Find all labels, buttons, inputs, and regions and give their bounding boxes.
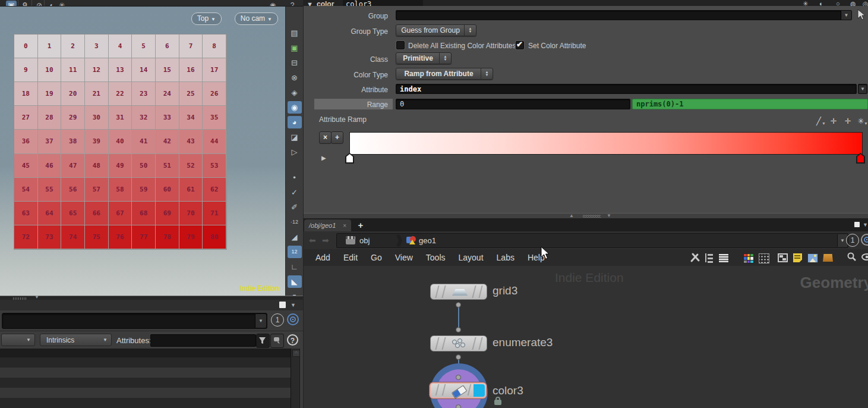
select-mode-icon[interactable]: ▣ [6,1,17,7]
chevron-down-icon[interactable]: ▼ [841,11,851,20]
spinner-icon[interactable]: ▲▼ [439,53,451,64]
node-enumerate3[interactable] [430,335,487,351]
help-icon[interactable]: ? [287,1,298,7]
add-image-icon[interactable] [807,253,818,264]
enumerate3-input-dot[interactable] [456,327,461,332]
ramp-gradient-bar[interactable] [349,132,863,155]
spreadsheet-scrollbar[interactable]: ∴ [291,349,300,408]
network-canvas[interactable]: Indie Edition Geometry grid3 [304,266,868,408]
link-badge[interactable]: 1 [271,313,284,327]
attribute-class-dropdown[interactable]: Intrinsics ▼ [40,334,112,346]
splitter-handle[interactable] [583,215,601,218]
range-min-input[interactable]: 0 [396,99,630,109]
class-dropdown[interactable]: Primitive ▲▼ [396,52,452,64]
ramp-options-icon[interactable]: ✳▼ [856,117,866,126]
sticky-note-icon[interactable] [793,253,804,264]
secure-selection-icon[interactable]: ▣ [288,42,302,54]
ramp-add-point-button[interactable]: + [331,131,343,144]
attributes-filter-input[interactable] [150,334,256,347]
eye-icon[interactable] [861,252,868,263]
spinner-icon[interactable]: ▲▼ [481,68,493,79]
back-arrow-icon[interactable]: ⬅ [309,236,316,245]
display-options-icon[interactable]: ◪ [288,131,302,143]
group-type-dropdown[interactable]: Guess from Group ▲▼ [396,24,476,36]
help-button[interactable]: ? [287,334,298,346]
primitive-hulls-icon[interactable]: ◣ [288,275,302,288]
menu-labs[interactable]: Labs [497,249,515,266]
breadcrumb-geo1[interactable]: geo1 [419,236,436,245]
material-shading-icon[interactable]: ◕ [288,116,302,128]
network-path-field[interactable]: obj geo1 ▼ [336,233,848,248]
grid3-output-dot[interactable] [456,302,461,307]
spinner-icon[interactable]: ▲▼ [464,25,476,36]
filter-button[interactable] [256,334,270,348]
color-palette-icon[interactable] [743,253,754,264]
splitter-down-icon[interactable]: ▼ [607,214,611,218]
select-geometry-arrow-icon[interactable] [857,9,866,21]
gear-star-icon[interactable]: ✳ [56,1,67,7]
breadcrumb-obj[interactable]: obj [359,236,370,245]
deny-icon[interactable]: ⊘ [34,1,45,7]
spreadsheet-path-field[interactable]: ▼ [2,313,267,329]
follow-target-icon[interactable] [287,313,299,325]
new-tab-button[interactable]: + [355,219,367,231]
attribute-input[interactable]: index [396,84,857,94]
primitive-normals-icon[interactable]: ◢ [288,231,302,243]
node-color3[interactable] [430,382,487,398]
point-markers-icon[interactable]: • [288,171,302,184]
menu-add[interactable]: Add [315,249,330,266]
node-label-enumerate3[interactable]: enumerate3 [493,336,553,349]
list-view-icon[interactable] [718,253,729,264]
enumerate3-output-dot[interactable] [456,354,461,360]
chevron-down-icon[interactable]: ▼ [34,294,39,300]
primitive-numbers-icon[interactable]: 12 [288,246,302,258]
tree-view-icon[interactable] [705,253,716,264]
menu-go[interactable]: Go [371,249,382,266]
delete-color-attributes-checkbox[interactable] [396,41,405,49]
ramp-delete-point-button[interactable]: × [319,131,332,144]
background-window-icon[interactable] [778,253,788,264]
search-icon[interactable] [847,252,857,262]
vertex-markers-icon[interactable]: ∟ [288,261,302,273]
shape-palette-icon[interactable] [759,253,769,264]
ramp-scale-keys-icon[interactable]: ✛ [842,117,853,126]
group-input[interactable]: ▼ [396,10,852,20]
attribute-menu-button[interactable]: ▼ [858,84,867,94]
network-tab[interactable]: /obj/geo1 × [304,219,351,231]
camera-menu-pill[interactable]: No cam▼ [235,12,278,25]
pane-menu-icon[interactable]: ▼ [291,302,296,308]
pane-maximize-icon[interactable] [854,222,860,227]
pin-button[interactable] [270,334,284,348]
tools-wrench-icon[interactable] [690,252,700,263]
pane-menu-icon[interactable]: ▼ [863,222,868,228]
ramp-edit-pencil-icon[interactable]: ╱▼ [813,117,824,126]
gallery-box-icon[interactable] [823,254,834,265]
group-filter-dropdown[interactable]: ▼ [1,334,35,346]
forward-arrow-icon[interactable]: ➡ [322,236,329,245]
ramp-move-keys-icon[interactable]: ✛ [828,117,839,126]
user-icon[interactable]: ◉ [267,1,278,7]
set-color-attribute-checkbox[interactable] [516,41,524,49]
wire-grid3-enumerate3[interactable] [458,307,459,329]
follow-target-icon[interactable] [861,234,868,246]
node-label-grid3[interactable]: grid3 [493,284,517,297]
view-layout-icon[interactable]: ▤ [288,27,302,39]
scene-viewport[interactable]: 0123456789101112131415161718192021222324… [0,7,285,296]
menu-edit[interactable]: Edit [343,249,358,266]
menu-tools[interactable]: Tools [426,249,446,266]
range-max-expression-input[interactable]: nprims(0)-1 [632,99,868,109]
snapshot-icon[interactable]: ▷ [288,146,302,158]
tab-close-icon[interactable]: × [343,222,346,229]
zoom-select-icon[interactable]: 🔍︎ [20,1,31,7]
headlight-icon[interactable]: ◈ [288,86,302,99]
display-flag[interactable] [474,384,485,397]
normal-lighting-icon[interactable]: ◉ [288,101,302,114]
menu-layout[interactable]: Layout [459,249,484,266]
node-grid3[interactable] [430,284,487,300]
color3-output-dot[interactable] [456,404,461,408]
point-numbers-icon[interactable]: ·12 [288,216,302,228]
ramp-expand-arrow-icon[interactable]: ▶ [321,155,326,161]
link-badge[interactable]: 1 [846,234,859,247]
splitter-up-icon[interactable]: ▲ [569,214,574,218]
color3-input-dot[interactable] [456,375,461,380]
